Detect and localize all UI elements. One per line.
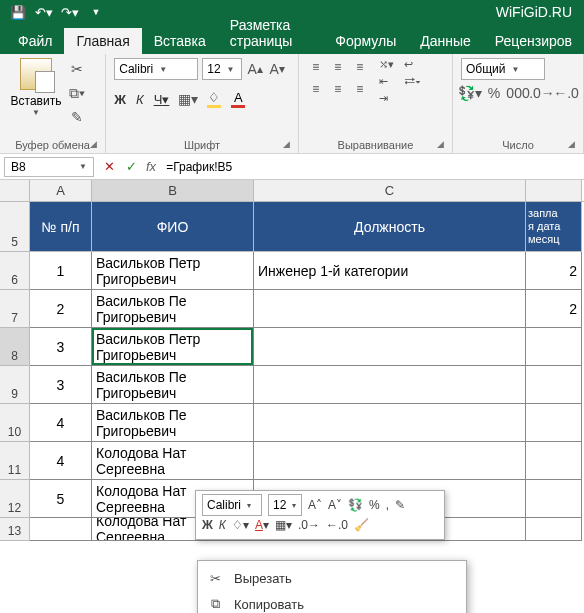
cell-num[interactable]: 4 <box>30 404 92 442</box>
merge-center-button[interactable]: ⮂▾ <box>404 75 421 87</box>
redo-icon[interactable]: ↷▾ <box>62 4 78 20</box>
table-row[interactable]: 72Васильков Пе Григорьевич2 <box>0 290 584 328</box>
col-header-c[interactable]: C <box>254 180 526 201</box>
col-header-b[interactable]: B <box>92 180 254 201</box>
tab-file[interactable]: Файл <box>6 28 64 54</box>
mini-italic-button[interactable]: К <box>219 518 226 532</box>
comma-format-icon[interactable]: 000 <box>509 84 527 102</box>
accept-formula-icon[interactable]: ✓ <box>120 159 142 174</box>
mini-borders-icon[interactable]: ▦▾ <box>275 518 292 532</box>
mini-decimal-dec-icon[interactable]: ←.0 <box>326 518 348 532</box>
cell-plan[interactable] <box>526 442 582 480</box>
font-size-combo[interactable]: 12▼ <box>202 58 242 80</box>
cut-icon[interactable]: ✂ <box>68 60 86 78</box>
mini-fill-color-icon[interactable]: ♢▾ <box>232 518 249 532</box>
increase-font-icon[interactable]: A▴ <box>246 60 264 78</box>
paste-dropdown-icon[interactable]: ▼ <box>32 108 40 117</box>
save-icon[interactable]: 💾 <box>10 4 26 20</box>
mini-decrease-font-icon[interactable]: A˅ <box>328 498 342 512</box>
row-header[interactable]: 13 <box>0 518 30 541</box>
cell-plan[interactable] <box>526 404 582 442</box>
table-row[interactable]: 104Васильков Пе Григорьевич <box>0 404 584 442</box>
cell-num[interactable]: 2 <box>30 290 92 328</box>
mini-decimal-inc-icon[interactable]: .0→ <box>298 518 320 532</box>
cell-position[interactable] <box>254 366 526 404</box>
fill-color-button[interactable]: ♢ <box>207 90 221 108</box>
tab-review[interactable]: Рецензиров <box>483 28 584 54</box>
mini-size-combo[interactable]: 12▾ <box>268 494 302 516</box>
mini-format-painter-icon[interactable]: ✎ <box>395 498 405 512</box>
tab-insert[interactable]: Вставка <box>142 28 218 54</box>
fx-icon[interactable]: fx <box>142 159 160 174</box>
col-header-d[interactable] <box>526 180 582 201</box>
mini-comma-icon[interactable]: , <box>386 498 389 512</box>
decrease-decimal-icon[interactable]: ←.0 <box>557 84 575 102</box>
cell-fio[interactable]: Васильков Пе Григорьевич <box>92 290 254 328</box>
tab-page-layout[interactable]: Разметка страницы <box>218 12 324 54</box>
font-launcher-icon[interactable]: ◢ <box>283 139 290 149</box>
select-all-corner[interactable] <box>0 180 30 201</box>
cell-num[interactable]: 1 <box>30 252 92 290</box>
mini-font-color-icon[interactable]: A▾ <box>255 518 269 532</box>
cell-plan[interactable] <box>526 480 582 518</box>
qat-customize-icon[interactable]: ▼ <box>88 4 104 20</box>
font-color-button[interactable]: A <box>231 90 245 108</box>
tab-formulas[interactable]: Формулы <box>323 28 408 54</box>
ctx-cut[interactable]: ✂Вырезать <box>198 565 466 591</box>
cell-plan[interactable] <box>526 366 582 404</box>
cell-num[interactable]: 5 <box>30 480 92 518</box>
cell-num[interactable]: 3 <box>30 328 92 366</box>
cell-num[interactable] <box>30 518 92 541</box>
table-row[interactable]: 83Васильков Петр Григорьевич <box>0 328 584 366</box>
cell-fio[interactable]: Колодова Нат Сергеевна <box>92 442 254 480</box>
worksheet[interactable]: A B C 5 № п/п ФИО Должность запла я дата… <box>0 180 584 541</box>
mini-percent-icon[interactable]: % <box>369 498 380 512</box>
accounting-format-icon[interactable]: 💱▾ <box>461 84 479 102</box>
mini-clear-format-icon[interactable]: 🧹 <box>354 518 369 532</box>
row-header[interactable]: 11 <box>0 442 30 480</box>
row-header[interactable]: 7 <box>0 290 30 328</box>
row-header[interactable]: 10 <box>0 404 30 442</box>
ctx-copy[interactable]: ⧉Копировать <box>198 591 466 613</box>
row-header[interactable]: 12 <box>0 480 30 518</box>
table-row[interactable]: 114Колодова Нат Сергеевна <box>0 442 584 480</box>
bold-button[interactable]: Ж <box>114 92 126 107</box>
table-row[interactable]: 93Васильков Пе Григорьевич <box>0 366 584 404</box>
undo-icon[interactable]: ↶▾ <box>36 4 52 20</box>
mini-increase-font-icon[interactable]: A˄ <box>308 498 322 512</box>
row-header[interactable]: 9 <box>0 366 30 404</box>
align-middle-icon[interactable]: ≡ <box>329 58 347 76</box>
cancel-formula-icon[interactable]: ✕ <box>98 159 120 174</box>
cell-fio[interactable]: Васильков Пе Григорьевич <box>92 366 254 404</box>
align-left-icon[interactable]: ≡ <box>307 80 325 98</box>
percent-format-icon[interactable]: % <box>485 84 503 102</box>
mini-bold-button[interactable]: Ж <box>202 518 213 532</box>
align-center-icon[interactable]: ≡ <box>329 80 347 98</box>
increase-indent-icon[interactable]: ⇥ <box>379 92 394 105</box>
wrap-text-button[interactable]: ↩ <box>404 58 421 71</box>
cell-num[interactable]: 3 <box>30 366 92 404</box>
italic-button[interactable]: К <box>136 92 144 107</box>
borders-icon[interactable]: ▦▾ <box>179 90 197 108</box>
underline-button[interactable]: Ч▾ <box>154 92 170 107</box>
mini-accounting-icon[interactable]: 💱 <box>348 498 363 512</box>
cell-position[interactable] <box>254 442 526 480</box>
cell-plan[interactable]: 2 <box>526 252 582 290</box>
cell-plan[interactable] <box>526 328 582 366</box>
font-name-combo[interactable]: Calibri▼ <box>114 58 198 80</box>
orientation-icon[interactable]: ⤭▾ <box>379 58 394 71</box>
table-row[interactable]: 61Васильков Петр ГригорьевичИнженер 1-й … <box>0 252 584 290</box>
alignment-launcher-icon[interactable]: ◢ <box>437 139 444 149</box>
format-painter-icon[interactable]: ✎ <box>68 108 86 126</box>
cell-plan[interactable] <box>526 518 582 541</box>
cell-position[interactable] <box>254 328 526 366</box>
increase-decimal-icon[interactable]: .0→ <box>533 84 551 102</box>
cell-fio[interactable]: Васильков Петр Григорьевич <box>92 328 254 366</box>
tab-home[interactable]: Главная <box>64 28 141 54</box>
tab-data[interactable]: Данные <box>408 28 483 54</box>
align-top-icon[interactable]: ≡ <box>307 58 325 76</box>
decrease-indent-icon[interactable]: ⇤ <box>379 75 394 88</box>
cell-position[interactable]: Инженер 1-й категории <box>254 252 526 290</box>
copy-icon[interactable]: ⧉▾ <box>68 84 86 102</box>
number-format-combo[interactable]: Общий▼ <box>461 58 545 80</box>
